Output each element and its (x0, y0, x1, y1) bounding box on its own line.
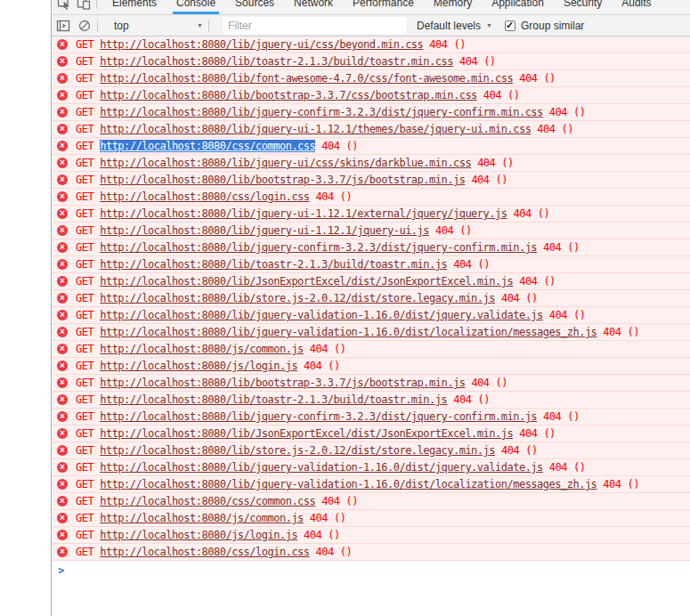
request-url-link[interactable]: http://localhost:8080/js/common.js (100, 343, 304, 355)
error-suffix: () (496, 174, 507, 186)
request-url-link[interactable]: http://localhost:8080/js/common.js (100, 512, 304, 524)
error-suffix: () (543, 72, 555, 85)
request-url-link[interactable]: http://localhost:8080/css/login.css (100, 190, 309, 203)
request-url-link[interactable]: http://localhost:8080/lib/store.js-2.0.1… (100, 444, 495, 457)
request-url-link[interactable]: http://localhost:8080/lib/JsonExportExce… (100, 275, 513, 288)
request-url-link[interactable]: http://localhost:8080/lib/toastr-2.1.3/b… (100, 55, 453, 68)
request-url-link[interactable]: http://localhost:8080/lib/bootstrap-3.3.… (100, 377, 465, 389)
execution-context-selector[interactable]: top ▼ (114, 20, 203, 32)
request-url-link[interactable]: http://localhost:8080/lib/jquery-ui-1.12… (100, 207, 507, 220)
request-method: GET (76, 309, 93, 321)
error-suffix: () (567, 410, 579, 423)
status-code: 404 (321, 140, 339, 152)
request-method: GET (76, 529, 93, 541)
status-code: 404 (304, 360, 321, 372)
request-url-link[interactable]: http://localhost:8080/lib/store.js-2.0.1… (100, 292, 495, 304)
request-method: GET (76, 427, 93, 440)
tab-performance[interactable]: Performance (343, 0, 424, 14)
request-url-link[interactable]: http://localhost:8080/lib/jquery-ui/css/… (100, 38, 423, 51)
request-url-link[interactable]: http://localhost:8080/lib/jquery-validat… (100, 478, 597, 490)
request-url-link[interactable]: http://localhost:8080/js/login.js (100, 529, 297, 541)
error-suffix: () (477, 393, 489, 406)
tab-application[interactable]: Application (482, 0, 554, 14)
error-icon (57, 293, 68, 304)
inspect-element-icon[interactable] (57, 0, 71, 10)
request-url-link[interactable]: http://localhost:8080/lib/bootstrap-3.3.… (100, 174, 465, 186)
error-suffix: () (543, 275, 555, 288)
error-icon (57, 479, 68, 490)
request-method: GET (76, 258, 93, 271)
console-prompt[interactable]: > (52, 561, 690, 580)
status-code: 404 (603, 478, 621, 490)
default-levels-dropdown[interactable]: Default levels ▼ (417, 20, 492, 32)
request-url-link[interactable]: http://localhost:8080/css/common.css (100, 140, 315, 152)
tab-security[interactable]: Security (554, 0, 612, 14)
device-toolbar-icon[interactable] (77, 0, 91, 10)
filter-input[interactable] (223, 17, 406, 34)
request-url-link[interactable]: http://localhost:8080/lib/jquery-confirm… (100, 106, 543, 118)
request-method: GET (76, 224, 93, 237)
request-method: GET (76, 190, 93, 203)
console-error-row: GET http://localhost:8080/lib/jquery-ui-… (52, 223, 690, 239)
status-code: 404 (549, 309, 567, 321)
tab-audits[interactable]: Audits (612, 0, 661, 14)
status-code: 404 (537, 123, 555, 135)
browser-page-background: Elements Console Sources Network Perform… (0, 0, 690, 616)
request-url-link[interactable]: http://localhost:8080/lib/toastr-2.1.3/b… (100, 393, 447, 406)
console-toolbar: top ▼ Default levels ▼ Group similar (52, 15, 690, 36)
error-suffix: () (628, 326, 639, 338)
status-code: 404 (429, 38, 447, 51)
request-url-link[interactable]: http://localhost:8080/lib/JsonExportExce… (100, 427, 513, 440)
status-code: 404 (321, 495, 339, 507)
error-icon (57, 107, 68, 118)
request-url-link[interactable]: http://localhost:8080/lib/jquery-confirm… (100, 241, 537, 254)
request-url-link[interactable]: http://localhost:8080/lib/toastr-2.1.3/b… (100, 258, 447, 271)
tab-console[interactable]: Console (166, 0, 225, 14)
tab-memory[interactable]: Memory (424, 0, 482, 14)
request-url-link[interactable]: http://localhost:8080/lib/jquery-ui-1.12… (100, 224, 429, 237)
group-similar-checkbox[interactable] (505, 20, 515, 31)
tab-network[interactable]: Network (284, 0, 343, 14)
tab-sources[interactable]: Sources (225, 0, 284, 14)
console-error-row: GET http://localhost:8080/lib/jquery-con… (52, 409, 690, 426)
request-url-link[interactable]: http://localhost:8080/lib/jquery-ui/css/… (100, 157, 471, 169)
request-url-link[interactable]: http://localhost:8080/css/login.css (100, 546, 309, 558)
toolbar-divider (208, 20, 209, 32)
console-error-row: GET http://localhost:8080/lib/jquery-con… (52, 239, 690, 256)
error-icon (57, 56, 68, 67)
request-method: GET (76, 241, 93, 254)
error-icon (57, 327, 68, 337)
request-url-link[interactable]: http://localhost:8080/lib/jquery-ui-1.12… (100, 123, 531, 135)
status-code: 404 (459, 55, 477, 68)
default-levels-label: Default levels (417, 20, 481, 32)
console-error-row: GET http://localhost:8080/css/common.css… (52, 493, 690, 510)
console-error-row: GET http://localhost:8080/lib/jquery-val… (52, 459, 690, 476)
request-url-link[interactable]: http://localhost:8080/css/common.css (100, 495, 315, 507)
request-url-link[interactable]: http://localhost:8080/lib/jquery-validat… (100, 461, 543, 474)
tab-elements[interactable]: Elements (102, 0, 166, 14)
clear-console-icon[interactable] (77, 19, 92, 33)
console-error-row: GET http://localhost:8080/lib/jquery-val… (52, 476, 690, 493)
console-sidebar-toggle-icon[interactable] (56, 19, 70, 33)
status-code: 404 (603, 326, 621, 338)
tab-label: Performance (353, 0, 414, 9)
request-url-link[interactable]: http://localhost:8080/lib/jquery-validat… (100, 326, 597, 338)
console-error-row: GET http://localhost:8080/lib/store.js-2… (52, 290, 690, 307)
status-code: 404 (316, 546, 334, 558)
error-icon (57, 377, 68, 388)
status-code: 404 (316, 190, 334, 203)
request-url-link[interactable]: http://localhost:8080/js/login.js (100, 360, 297, 372)
request-url-link[interactable]: http://localhost:8080/lib/jquery-validat… (100, 309, 543, 321)
request-url-link[interactable]: http://localhost:8080/lib/bootstrap-3.3.… (100, 89, 477, 101)
request-url-link[interactable]: http://localhost:8080/lib/jquery-confirm… (100, 410, 537, 423)
error-icon (57, 530, 68, 540)
request-url-link[interactable]: http://localhost:8080/lib/font-awesome-4… (100, 72, 513, 85)
error-suffix: () (345, 140, 357, 152)
status-code: 404 (549, 106, 567, 118)
tab-label: Console (176, 0, 215, 9)
error-suffix: () (483, 55, 495, 68)
error-icon (57, 462, 68, 473)
console-error-row: GET http://localhost:8080/lib/jquery-ui/… (52, 155, 690, 172)
error-suffix: () (543, 427, 555, 440)
console-error-row: GET http://localhost:8080/lib/JsonExport… (52, 273, 690, 290)
